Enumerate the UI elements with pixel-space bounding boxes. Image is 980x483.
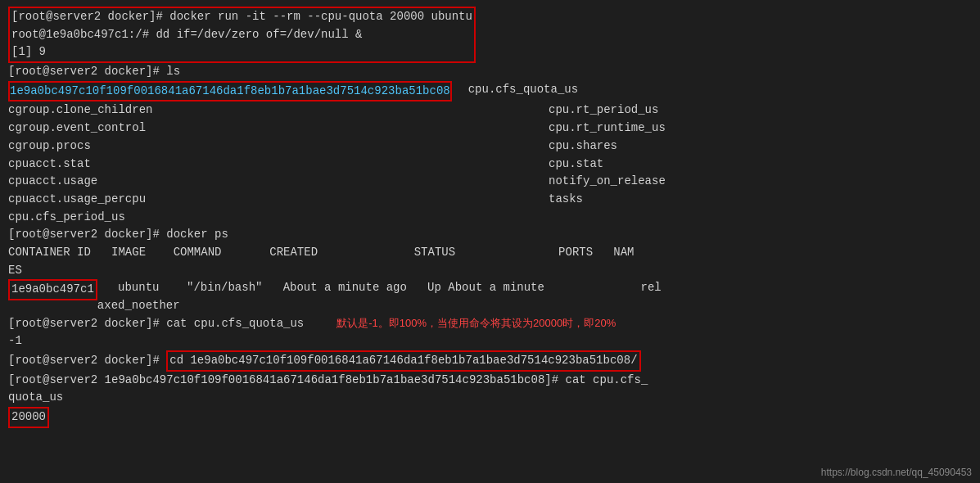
ls-left-2: cgroup.clone_children [8,102,549,120]
container-id-box: 1e9a0bc497c1 [8,279,97,300]
ls-right-6: notify_on_release [549,173,666,191]
ls-right-7: tasks [549,191,583,209]
ls-left-6: cpuacct.usage [8,173,549,191]
ls-row-6: cpuacct.usage notify_on_release [8,173,972,191]
quota-value-box: 20000 [8,407,49,428]
ls-right-5: cpu.stat [549,156,603,174]
ls-left-7: cpuacct.usage_percpu [8,191,549,209]
line-dd-cmd: root@1e9a0bc497c1:/# dd if=/dev/zero of=… [11,28,362,41]
line-long-prompt: [root@server2 1e9a0bc497c10f109f0016841a… [8,372,972,407]
ls-left-3: cgroup.event_control [8,120,549,138]
ls-right-3: cpu.rt_runtime_us [549,120,666,138]
table-rest: ubuntu "/bin/bash" About a minute ago Up… [97,279,662,314]
watermark: https://blog.csdn.net/qq_45090453 [821,467,972,478]
docker-run-block: [root@server2 docker]# docker run -it --… [8,7,476,63]
ls-right-2: cpu.rt_period_us [549,102,658,120]
annotation-quota: 默认是-1。即100%，当使用命令将其设为20000时，即20% [336,317,616,329]
ls-left-4: cgroup.procs [8,138,549,156]
line-ls-cmd: [root@server2 docker]# ls [8,63,972,81]
ls-row-5: cpuacct.stat cpu.stat [8,156,972,174]
ls-row-1: 1e9a0bc497c10f109f0016841a67146da1f8eb1b… [8,81,972,102]
container-id-cell: 1e9a0bc497c1 [8,279,97,300]
line-cd-cmd: [root@server2 docker]# cd 1e9a0bc497c10f… [8,350,972,372]
table-data-row: 1e9a0bc497c1 ubuntu "/bin/bash" About a … [8,279,972,314]
line-docker-run: [root@server2 docker]# docker run -it --… [11,10,472,23]
line-quota-value-2: 20000 [8,407,972,428]
ls-right-4: cpu.shares [549,138,617,156]
table-header: CONTAINER ID IMAGE COMMAND CREATED STATU… [8,244,972,279]
ls-row-8: cpu.cfs_period_us [8,209,972,227]
ls-row-4: cgroup.procs cpu.shares [8,138,972,156]
ls-row-3: cgroup.event_control cpu.rt_runtime_us [8,120,972,138]
line-quota-value: -1 [8,332,972,350]
line-job: [1] 9 [11,45,46,58]
ls-left-5: cpuacct.stat [8,156,549,174]
line-docker-ps: [root@server2 docker]# docker ps [8,226,972,244]
ls-row-7: cpuacct.usage_percpu tasks [8,191,972,209]
cd-path-box: cd 1e9a0bc497c10f109f0016841a67146da1f8e… [166,350,640,372]
ls-row-2: cgroup.clone_children cpu.rt_period_us [8,102,972,120]
terminal: [root@server2 docker]# docker run -it --… [0,0,980,483]
container-hash-link: 1e9a0bc497c10f109f0016841a67146da1f8eb1b… [8,81,452,102]
line-cat-quota: [root@server2 docker]# cat cpu.cfs_quota… [8,315,972,333]
ls-right-1: cpu.cfs_quota_us [452,81,578,102]
